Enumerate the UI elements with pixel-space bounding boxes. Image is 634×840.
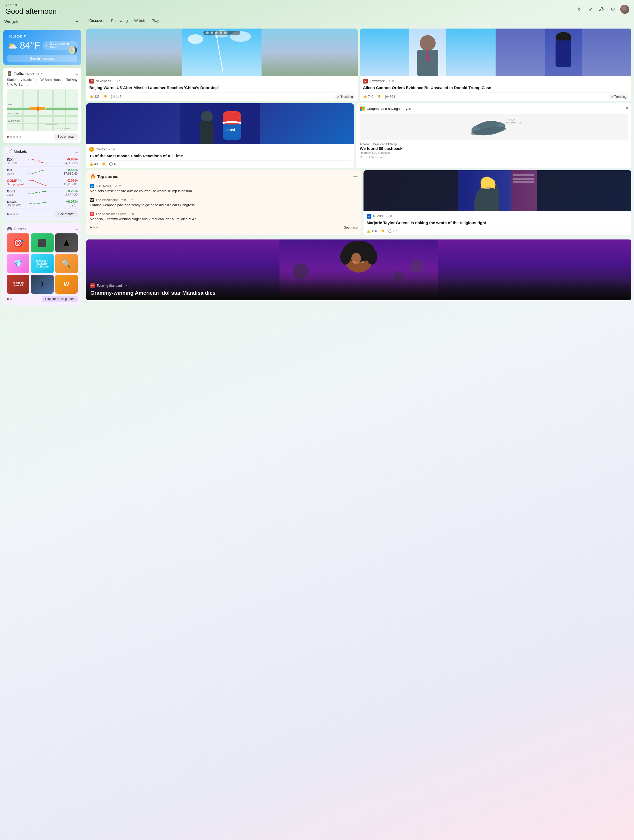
comment-button-mtg[interactable]: 💬 67 (388, 229, 397, 233)
ad-close-button[interactable]: ✕ (625, 106, 629, 111)
spot-difference-icon: 🔍 (62, 259, 71, 268)
weather-location[interactable]: Houston ▾ (7, 33, 77, 38)
dislike-button-pepsi[interactable]: 👎 (101, 162, 106, 166)
market-name-usoil: USOIL US Oil WTI (7, 200, 28, 207)
news-card-mandisa[interactable]: ES Evening Standard · 4h Grammy-winning … (86, 240, 631, 300)
market-name-inx: INX S&P 500 (7, 158, 28, 165)
stories-dot-2 (93, 227, 95, 228)
story-source-name-2: The Washington Post (96, 198, 126, 202)
market-row-comp[interactable]: COMP 📉 Dropping fast -2.05% 15,282.01 (7, 177, 78, 188)
settings-icon[interactable]: ⚙ (609, 6, 617, 13)
game-tile-spot-difference[interactable]: 🔍 (55, 254, 78, 273)
ms-sq-2 (363, 107, 365, 109)
game-tile-solitaire[interactable]: Microsoft Solitaire Collection (31, 254, 54, 273)
story-headline-2: Ukraine weapons package 'ready to go' on… (90, 203, 358, 207)
market-row-inx[interactable]: INX S&P 500 -0.88% 4,967.23 (7, 156, 78, 167)
svg-rect-15 (7, 108, 30, 110)
market-name-gold: Gold Gold (7, 189, 28, 196)
tab-watch[interactable]: Watch (134, 17, 146, 24)
markets-dot-1 (7, 213, 9, 215)
expand-icon[interactable]: ⤢ (587, 6, 595, 13)
market-row-gold[interactable]: Gold Gold +0.26% 2,404.20 (7, 188, 78, 198)
like-button-cannon[interactable]: 👍 740 (363, 95, 373, 99)
traffic-dot-1 (7, 136, 9, 138)
market-row-usoil[interactable]: USOIL US Oil WTI +0.05% 82.14 (7, 198, 78, 209)
game-tile-word[interactable]: W (55, 275, 78, 294)
svg-point-1 (600, 10, 601, 11)
dislike-button-cannon[interactable]: 👎 (377, 95, 381, 99)
dislike-button-missile[interactable]: 👎 (103, 95, 107, 99)
fire-icon: 🔥 (90, 174, 96, 179)
markets-dot-3 (13, 213, 15, 215)
es-logo: ES (90, 283, 95, 288)
comment-button-pepsi[interactable]: 💬 6 (109, 162, 116, 166)
games-footer: Explore more games (7, 296, 78, 302)
comment-button-cannon[interactable]: 💬 394 (385, 95, 395, 99)
like-button-missile[interactable]: 👍 335 (89, 95, 99, 99)
news-card-cannon[interactable]: N Newsweek · 12h Aileen Cannon Orders Ev… (360, 28, 631, 101)
tab-discover[interactable]: Discover (89, 17, 105, 24)
games-more-button[interactable]: ... (75, 226, 78, 231)
ad-product-image[interactable]: YOUR INFORMATION (360, 114, 628, 141)
see-on-map-button[interactable]: See on map (54, 133, 78, 140)
traffic-header: 🚦 Traffic incidents ▾ (7, 71, 78, 76)
game-tile-freecell[interactable]: Microsoft FreeCell (7, 275, 29, 294)
main-layout: Widgets + ... Houston ▾ ⛅ 84°F 🌡 2-day c… (0, 17, 634, 305)
markets-more-button[interactable]: ... (75, 149, 78, 153)
weather-more-button[interactable]: ... (74, 33, 78, 39)
weather-forecast-button[interactable]: See full forecast (7, 55, 77, 62)
comment-button-missile[interactable]: 💬 145 (111, 95, 121, 99)
story-item-3[interactable]: AP The Associated Press · 2h Mandisa, Gr… (90, 210, 358, 224)
see-more-button[interactable]: See more (344, 226, 358, 229)
game-tile-flight[interactable]: ✈ (31, 275, 54, 294)
ad-sponsored: Microsoft Sponsored (360, 156, 628, 159)
like-button-mtg[interactable]: 👍 186 (367, 229, 377, 233)
news-card-body-mtg: M MSNBC · 8h Marjorie Taylor Greene is r… (363, 211, 631, 235)
news-card-pepsi[interactable]: pepsi ⚡ Cracked · (86, 103, 354, 168)
game-tile-bejeweled[interactable]: 💎 (7, 254, 29, 273)
stories-dot-1 (90, 227, 91, 228)
game-tile-bubble-shooter[interactable]: 🎯 (7, 234, 29, 253)
game-tile-tetris[interactable]: ⬛ (31, 234, 54, 253)
story-item-2[interactable]: WP The Washington Post · 1h Ukraine weap… (90, 196, 358, 210)
refresh-icon[interactable]: ↻ (576, 6, 583, 13)
like-button-pepsi[interactable]: 👍 43 (89, 162, 98, 166)
header-date: April 19 (5, 3, 629, 7)
dislike-icon-pepsi: 👎 (101, 162, 106, 166)
ad-source: Amazon · On-Trend Clothing (360, 142, 628, 146)
market-row-dji[interactable]: DJI DOW +0.56% 37,986.40 (7, 167, 78, 177)
news-row-3: 🔥 Top stories ••• A ABC News · 23m (86, 170, 631, 235)
tab-play[interactable]: Play (151, 17, 160, 24)
right-panel: Discover Following Watch Play (85, 17, 634, 305)
slipper-svg: YOUR INFORMATION (360, 114, 628, 141)
game-tile-chess[interactable]: ♟ (55, 234, 78, 253)
weather-sun-icon: ⛅ (7, 41, 17, 50)
news-card-mtg[interactable]: M MSNBC · 8h Marjorie Taylor Greene is r… (363, 170, 631, 235)
source-name-pepsi: Cracked (96, 147, 107, 151)
add-widget-button[interactable]: + (73, 18, 80, 25)
story-source-name-3: The Associated Press (96, 212, 126, 216)
news-row-2: pepsi ⚡ Cracked · (86, 103, 631, 168)
news-headline-pepsi: 16 of the Most Insane Chain Reactions of… (89, 153, 351, 159)
bubble-shooter-icon: 🎯 (13, 238, 24, 248)
stories-dot-3 (96, 227, 98, 228)
see-market-button[interactable]: See market (55, 211, 78, 217)
news-card-missile[interactable]: N Newsweek · 12h Beijing Warns US After … (86, 28, 358, 101)
cracked-logo: ⚡ (89, 147, 94, 152)
news-row-1: N Newsweek · 12h Beijing Warns US After … (86, 28, 631, 101)
source-name-mtg: MSNBC (373, 214, 384, 218)
abcnews-logo: A (90, 184, 94, 188)
traffic-more-button[interactable]: ... (75, 71, 78, 76)
traffic-dot-4 (16, 136, 18, 138)
share-icon[interactable] (598, 6, 606, 13)
news-actions-pepsi: 👍 43 👎 💬 6 (89, 160, 351, 166)
story-item-1[interactable]: A ABC News · 23m Man sets himself on fir… (90, 182, 358, 196)
avatar[interactable] (620, 5, 629, 14)
traffic-map[interactable]: Briar Bellaire Blvd LAIRE WEST Beechnut … (7, 89, 78, 131)
market-chart-usoil (28, 200, 54, 207)
explore-games-button[interactable]: Explore more games (42, 296, 78, 302)
tab-following[interactable]: Following (110, 17, 128, 24)
top-stories-more-button[interactable]: ••• (353, 174, 358, 179)
svg-rect-41 (555, 40, 571, 67)
dislike-button-mtg[interactable]: 👎 (381, 229, 385, 233)
